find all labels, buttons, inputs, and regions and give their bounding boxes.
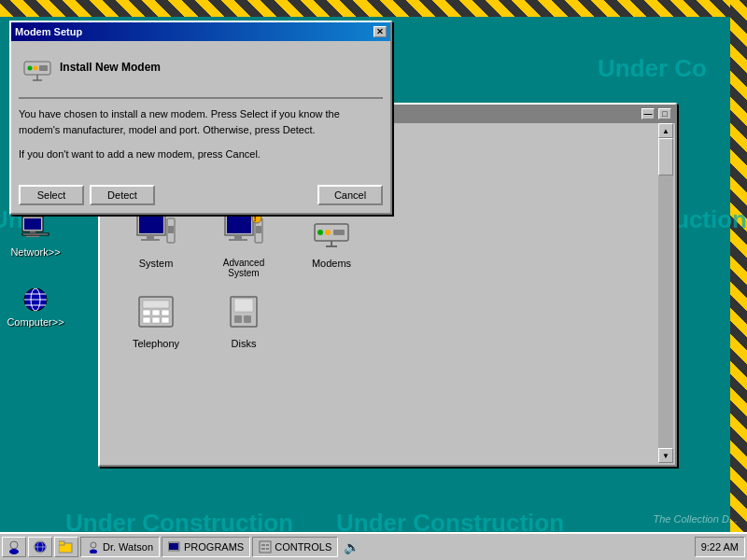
modem-content: Install New Modem You have chosen to ins…	[11, 41, 390, 213]
cp-label-system: System	[139, 258, 174, 269]
svg-rect-56	[162, 317, 169, 323]
svg-rect-50	[143, 301, 169, 308]
svg-point-67	[10, 541, 18, 549]
svg-point-44	[317, 230, 323, 235]
svg-rect-46	[333, 230, 345, 235]
svg-rect-4	[22, 233, 49, 235]
computer-icon	[21, 215, 50, 245]
svg-rect-1	[24, 218, 41, 230]
svg-rect-81	[261, 548, 265, 550]
scroll-thumb[interactable]	[658, 138, 673, 175]
bg-minimize-btn[interactable]: —	[641, 108, 655, 119]
scroll-down-btn[interactable]: ▼	[658, 448, 673, 463]
cp-item-modems[interactable]: Modems	[294, 205, 369, 282]
taskbar-item-programs[interactable]: PROGRAMS	[162, 537, 250, 557]
svg-rect-80	[261, 544, 265, 546]
programs-icon	[168, 540, 181, 553]
cp-label-modems: Modems	[312, 258, 351, 269]
svg-point-68	[9, 549, 19, 554]
modem-titlebar: Modem Setup ✕	[11, 22, 390, 41]
speaker-icon: 🔊	[344, 539, 359, 554]
stripe-top	[0, 0, 747, 17]
svg-text:!: !	[254, 216, 256, 222]
svg-rect-83	[266, 548, 269, 550]
cp-item-advanced-system[interactable]: ! Advanced System	[206, 205, 281, 282]
taskbar-label-controls: CONTROLS	[275, 541, 331, 553]
svg-point-63	[34, 66, 38, 71]
dialog-buttons: Select Detect Cancel	[19, 177, 383, 205]
svg-rect-55	[152, 317, 160, 323]
taskbar: Dr. Watson PROGRAMS CONTROLS 🔊 9:22 AM	[0, 532, 747, 560]
svg-rect-58	[234, 299, 253, 312]
taskbar-system-icons: 🔊	[340, 539, 363, 554]
network-label: Computer>>	[7, 316, 63, 328]
taskbar-start-area	[2, 537, 78, 557]
desktop-icon-computer[interactable]: Network>>	[7, 215, 63, 258]
modem-header: Install New Modem	[19, 49, 383, 86]
svg-rect-79	[260, 541, 271, 553]
modem-close-btn[interactable]: ✕	[374, 26, 387, 37]
cp-item-disks[interactable]: Disks	[206, 286, 281, 353]
svg-rect-34	[168, 226, 174, 233]
taskbar-clock: 9:22 AM	[695, 537, 745, 557]
svg-rect-60	[244, 315, 251, 323]
taskbar-item-dr-watson[interactable]: Dr. Watson	[80, 537, 160, 557]
computer-label: Network>>	[10, 246, 60, 258]
svg-rect-54	[143, 317, 150, 323]
network-icon	[21, 285, 50, 315]
svg-rect-52	[152, 310, 160, 315]
modem-dialog: Modem Setup ✕ Install New Modem	[9, 21, 392, 215]
cp-item-telephony[interactable]: Telephony	[119, 286, 193, 353]
taskbar-small-icon-3[interactable]	[54, 537, 78, 557]
svg-rect-40	[256, 226, 261, 233]
svg-rect-36	[227, 217, 251, 233]
svg-rect-78	[169, 543, 178, 550]
taskbar-small-icon-1[interactable]	[2, 537, 26, 557]
watermark: The Collection D...	[654, 513, 738, 525]
desktop: Under Construction Under Co Und der Cons…	[0, 0, 747, 560]
svg-rect-82	[266, 544, 269, 546]
cancel-button[interactable]: Cancel	[317, 185, 383, 205]
scroll-track	[658, 138, 673, 448]
modem-body-text1: You have chosen to install a new modem. …	[19, 106, 383, 137]
bg-maximize-btn[interactable]: □	[658, 108, 671, 119]
modem-header-text: Install New Modem	[60, 61, 161, 74]
detect-button[interactable]: Detect	[90, 185, 155, 205]
svg-rect-37	[234, 235, 242, 239]
svg-rect-64	[39, 65, 48, 71]
select-button[interactable]: Select	[19, 185, 84, 205]
dr-watson-icon	[87, 540, 100, 553]
cp-label-telephony: Telephony	[133, 338, 179, 349]
doctor-taskbar-icon	[7, 539, 21, 554]
modem-body-text2: If you don't want to add a new modem, pr…	[19, 147, 383, 162]
cp-label-advanced-system: Advanced System	[210, 258, 277, 278]
svg-rect-51	[143, 310, 150, 315]
svg-point-76	[90, 550, 97, 554]
svg-rect-38	[229, 239, 247, 241]
modem-title: Modem Setup	[15, 26, 370, 37]
scroll-up-btn[interactable]: ▲	[658, 123, 673, 138]
svg-point-75	[91, 542, 96, 548]
modem-setup-icon	[22, 52, 52, 82]
stripe-right	[730, 0, 747, 532]
svg-rect-53	[162, 310, 169, 315]
network-taskbar-icon	[33, 539, 48, 554]
svg-rect-59	[234, 315, 242, 323]
taskbar-label-dr-watson: Dr. Watson	[103, 541, 153, 553]
cp-item-system[interactable]: System	[119, 205, 193, 282]
desktop-icon-network[interactable]: Computer>>	[7, 285, 63, 328]
controls-icon	[259, 540, 272, 553]
svg-rect-32	[141, 239, 160, 241]
svg-rect-30	[139, 217, 163, 233]
scrollbar: ▲ ▼	[658, 123, 673, 463]
svg-rect-74	[59, 541, 64, 545]
taskbar-small-icon-2[interactable]	[28, 537, 52, 557]
svg-point-45	[325, 230, 331, 235]
svg-point-62	[28, 66, 33, 71]
folder-taskbar-icon	[59, 539, 74, 554]
taskbar-item-controls[interactable]: CONTROLS	[252, 537, 338, 557]
under-construction-2: Under Co	[598, 54, 707, 83]
taskbar-label-programs: PROGRAMS	[184, 541, 244, 553]
svg-rect-31	[147, 235, 154, 239]
cp-label-disks: Disks	[232, 338, 257, 349]
